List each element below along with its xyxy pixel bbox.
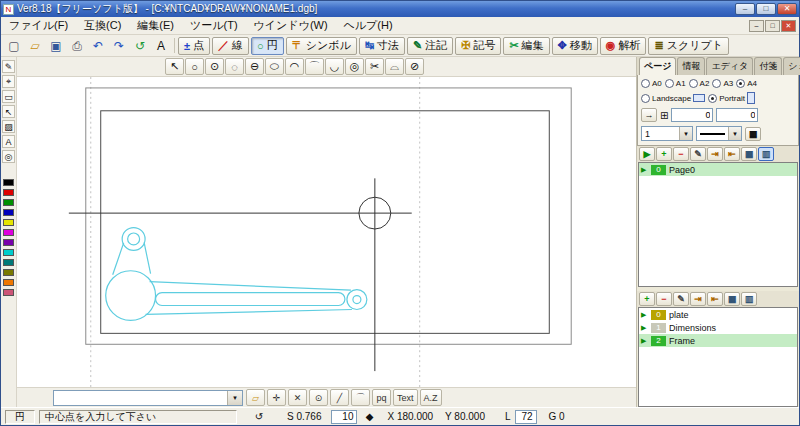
radio-icon[interactable]	[641, 79, 650, 88]
color-swatch[interactable]	[3, 179, 14, 186]
paper-size-option[interactable]: A1	[665, 79, 686, 88]
paper-size-option[interactable]: A0	[641, 79, 662, 88]
grid-settings-button[interactable]: ▦	[745, 127, 761, 141]
offset-x-input[interactable]	[671, 108, 713, 122]
save-icon[interactable]: ▣	[46, 37, 66, 55]
new-file-icon[interactable]: ▢	[4, 37, 24, 55]
category-annotation-button[interactable]: ✎ 注記	[407, 37, 453, 55]
open-style-button[interactable]: ▱	[246, 389, 265, 406]
paper-size-option[interactable]: A3	[712, 79, 733, 88]
snap-endpoint-button[interactable]: ✛	[267, 389, 286, 406]
snap-online-button[interactable]: ╱	[330, 389, 349, 406]
radio-icon[interactable]	[712, 79, 721, 88]
layer-edit-button[interactable]: ✎	[673, 292, 689, 306]
mdi-close-button[interactable]: ✕	[781, 20, 796, 32]
menu-item[interactable]: ウインドウ(W)	[246, 16, 336, 35]
menu-item[interactable]: 互換(C)	[76, 16, 129, 35]
mdi-minimize-button[interactable]: –	[749, 20, 764, 32]
print-icon[interactable]: ⎙	[67, 37, 87, 55]
ellipse-icon[interactable]: ⬭	[265, 58, 284, 75]
open-file-icon[interactable]: ▱	[25, 37, 45, 55]
page-export-button[interactable]: ⇤	[724, 147, 740, 161]
close-button[interactable]: ✕	[777, 3, 797, 15]
snap-center-button[interactable]: ⊙	[309, 389, 328, 406]
layer-row[interactable]: ▶ 1 Dimensions	[639, 321, 797, 334]
undo-icon[interactable]: ↶	[88, 37, 108, 55]
minimize-button[interactable]: –	[735, 3, 755, 15]
rotate-icon[interactable]: ↺	[251, 410, 267, 424]
text-input-button[interactable]: Text	[393, 389, 418, 406]
grid-size-input[interactable]: 10	[331, 410, 357, 424]
text-style-icon[interactable]: A	[151, 37, 171, 55]
snap-intersection-button[interactable]: ✕	[288, 389, 307, 406]
radio-icon[interactable]	[736, 79, 745, 88]
category-script-button[interactable]: ≣ スクリプト	[648, 37, 729, 55]
category-circle-button[interactable]: ○ 円	[251, 37, 284, 55]
page-remove-button[interactable]: −	[673, 147, 689, 161]
frame-rect[interactable]	[101, 111, 550, 334]
radio-icon[interactable]	[689, 79, 698, 88]
paper-size-option[interactable]: A4	[736, 79, 757, 88]
part-outline[interactable]	[106, 228, 367, 321]
chevron-down-icon[interactable]: ▾	[227, 391, 242, 405]
hatch-tool-icon[interactable]: ▨	[2, 120, 15, 133]
panel-tab[interactable]: シェル	[783, 57, 800, 75]
layer-row[interactable]: ▶ 0 plate	[639, 308, 797, 321]
radio-icon[interactable]	[665, 79, 674, 88]
text-tool-icon[interactable]: A	[2, 135, 15, 148]
chevron-down-icon[interactable]: ▾	[679, 127, 692, 140]
orientation-option[interactable]: Landscape	[641, 94, 705, 103]
circle-center-radius-icon[interactable]: ○	[185, 58, 204, 75]
radio-icon[interactable]	[708, 94, 717, 103]
style-combobox[interactable]: ▾	[53, 390, 243, 406]
select-tool-icon[interactable]: ↖	[165, 58, 184, 75]
layer-props-button[interactable]: ▥	[741, 292, 757, 306]
category-edit-button[interactable]: ✂ 編集	[503, 37, 549, 55]
layer-row[interactable]: ▶ 2 Frame	[639, 334, 797, 347]
circle-3point-icon[interactable]: ◌	[225, 58, 244, 75]
category-symbol-button[interactable]: 〒 シンボル	[286, 37, 357, 55]
page-add-button[interactable]: +	[656, 147, 672, 161]
menu-item[interactable]: 編集(E)	[129, 16, 182, 35]
color-swatch[interactable]	[3, 289, 14, 296]
category-move-button[interactable]: ✥ 移動	[552, 37, 598, 55]
orientation-option[interactable]: Portrait	[708, 92, 755, 104]
color-swatch[interactable]	[3, 219, 14, 226]
color-swatch[interactable]	[3, 249, 14, 256]
scale-select[interactable]: 1 ▾	[641, 126, 693, 141]
pq-format-button[interactable]: pq	[372, 389, 391, 406]
color-swatch[interactable]	[3, 239, 14, 246]
color-swatch[interactable]	[3, 229, 14, 236]
active-circle-entity[interactable]	[69, 178, 412, 371]
color-swatch[interactable]	[3, 189, 14, 196]
color-swatch[interactable]	[3, 209, 14, 216]
circle-center-point-icon[interactable]: ⊙	[205, 58, 224, 75]
page-props-button[interactable]: ▥	[758, 147, 774, 161]
offset-y-input[interactable]	[716, 108, 758, 122]
panel-tab[interactable]: ページ	[639, 57, 676, 75]
panel-tab[interactable]: 情報	[677, 57, 705, 75]
color-swatch[interactable]	[3, 259, 14, 266]
drawing-svg[interactable]	[17, 77, 636, 387]
paper-size-option[interactable]: A2	[689, 79, 710, 88]
layer-import-button[interactable]: ⇥	[690, 292, 706, 306]
color-swatch[interactable]	[3, 269, 14, 276]
refresh-icon[interactable]: ↺	[130, 37, 150, 55]
radio-icon[interactable]	[641, 94, 650, 103]
drawing-canvas[interactable]	[17, 77, 636, 387]
az-order-button[interactable]: A.Z	[420, 389, 442, 406]
arc-center-icon[interactable]: ◠	[285, 58, 304, 75]
layer-grid-button[interactable]: ▦	[724, 292, 740, 306]
chevron-down-icon[interactable]: ▾	[728, 127, 741, 140]
panel-tab[interactable]: 付箋	[754, 57, 782, 75]
maximize-button[interactable]: □	[756, 3, 776, 15]
ellipse-arc-icon[interactable]: ⌓	[385, 58, 404, 75]
layer-add-button[interactable]: +	[639, 292, 655, 306]
panel-tab[interactable]: エディタ	[706, 57, 753, 75]
rect-tool-icon[interactable]: ▭	[2, 90, 15, 103]
concentric-circle-icon[interactable]: ◎	[345, 58, 364, 75]
apply-offset-button[interactable]: →	[641, 108, 657, 122]
category-mark-button[interactable]: ✠ 記号	[455, 37, 501, 55]
layer-export-button[interactable]: ⇤	[707, 292, 723, 306]
page-row[interactable]: ▶ 0 Page0	[639, 163, 797, 176]
